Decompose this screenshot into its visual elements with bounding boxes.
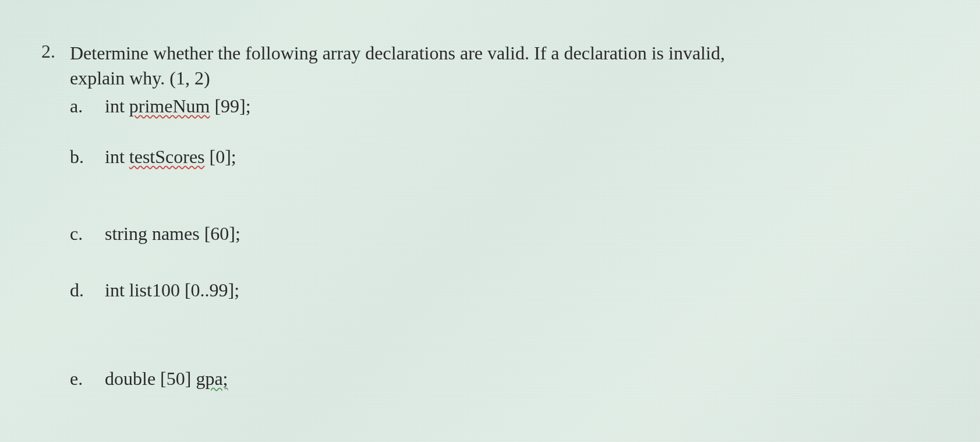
question-prompt: Determine whether the following array de… — [70, 41, 945, 91]
code-prefix: int — [105, 96, 129, 116]
sub-items-list: a. int primeNum [99]; b. int testScores … — [70, 96, 945, 390]
item-letter-d: d. — [70, 280, 105, 301]
question-content: Determine whether the following array de… — [70, 41, 945, 390]
list-item: a. int primeNum [99]; — [70, 96, 945, 117]
list-item: e. double [50] gpa; — [70, 368, 945, 390]
item-text-d: int list100 [0..99]; — [105, 280, 945, 301]
question-number: 2. — [35, 41, 70, 62]
code-prefix: double [50] — [105, 368, 196, 389]
item-letter-b: b. — [70, 146, 105, 168]
item-text-e: double [50] gpa; — [105, 368, 945, 390]
question-container: 2. Determine whether the following array… — [35, 41, 945, 390]
item-letter-e: e. — [70, 368, 105, 390]
code-suffix: [0]; — [205, 146, 236, 167]
spellcheck-word: testScores — [129, 146, 205, 167]
spellcheck-word: gpa; — [196, 368, 228, 389]
list-item: c. string names [60]; — [70, 223, 945, 245]
spellcheck-word: primeNum — [129, 96, 210, 116]
prompt-line-2: explain why. (1, 2) — [70, 68, 210, 89]
list-item: b. int testScores [0]; — [70, 146, 945, 168]
item-text-c: string names [60]; — [105, 223, 945, 245]
list-item: d. int list100 [0..99]; — [70, 280, 945, 301]
prompt-line-1: Determine whether the following array de… — [70, 43, 725, 63]
item-text-b: int testScores [0]; — [105, 146, 945, 168]
code-suffix: [99]; — [210, 96, 250, 116]
item-letter-a: a. — [70, 96, 105, 117]
code-prefix: int — [105, 146, 129, 167]
item-text-a: int primeNum [99]; — [105, 96, 945, 117]
item-letter-c: c. — [70, 223, 105, 245]
